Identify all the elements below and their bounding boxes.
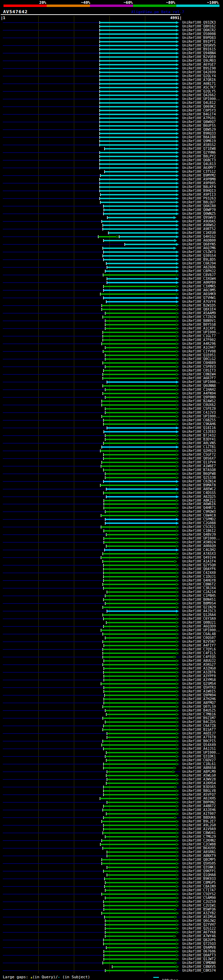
hit-label[interactable]: UniRef100_B2V5N7 <box>182 640 216 643</box>
hit-label[interactable]: UniRef100_C0UX62 <box>182 403 216 407</box>
hsp-bar[interactable] <box>99 33 176 35</box>
hit-label[interactable]: UniRef100_A9P805 <box>182 181 216 185</box>
hsp-bar[interactable] <box>102 446 176 448</box>
hit-label[interactable]: UniRef100_UPI000.. <box>182 628 220 632</box>
hsp-bar[interactable] <box>107 427 176 429</box>
hit-label[interactable]: UniRef100_B6QFW8 <box>182 472 216 476</box>
hsp-bar[interactable] <box>102 462 176 463</box>
hit-label[interactable]: UniRef100_Q11PV4 <box>182 460 216 464</box>
hit-label[interactable]: UniRef100_C8A1N9 <box>182 885 216 888</box>
hsp-bar[interactable] <box>103 297 176 299</box>
hit-label[interactable]: UniRef100_A5AAM9 <box>182 311 216 315</box>
hsp-bar[interactable] <box>105 928 176 929</box>
hit-label[interactable]: UniRef100_O50008 <box>182 32 216 36</box>
hsp-bar[interactable] <box>103 274 176 276</box>
hit-label[interactable]: UniRef100_Q8H162 <box>182 24 216 28</box>
hit-label[interactable]: UniRef100_C5P8V3 <box>182 365 216 369</box>
hsp-bar[interactable] <box>99 79 176 81</box>
hsp-bar[interactable] <box>100 202 176 203</box>
hit-label[interactable]: UniRef100_C5AM90 <box>182 896 216 900</box>
hsp-bar[interactable] <box>106 813 176 815</box>
hsp-bar[interactable] <box>99 52 176 54</box>
hit-label[interactable]: UniRef100_C4FEQ5 <box>182 655 216 659</box>
hsp-bar[interactable] <box>104 542 176 543</box>
hsp-bar[interactable] <box>99 102 176 103</box>
hit-label[interactable]: UniRef100_Q21N29 <box>182 605 216 609</box>
hsp-bar[interactable] <box>102 305 176 306</box>
hsp-bar[interactable] <box>103 729 176 730</box>
hsp-bar[interactable] <box>103 286 176 287</box>
hit-label[interactable]: UniRef100_C6BZ55 <box>182 418 216 422</box>
hit-label[interactable]: UniRef100_A8ZQ25 <box>182 495 216 498</box>
hit-label[interactable]: UniRef100_A6N171 <box>182 82 216 86</box>
hit-label[interactable]: UniRef100_C2KHN2 <box>182 838 216 842</box>
hit-label[interactable]: UniRef100_B9I615 <box>182 47 216 51</box>
hit-label[interactable]: UniRef100_C5GF72 <box>182 453 216 457</box>
hit-label[interactable]: UniRef100_B8LPY2 <box>182 154 216 158</box>
hit-label[interactable]: UniRef100_A1A1F4 <box>182 559 216 563</box>
hit-label[interactable]: UniRef100_Q30S54 <box>182 254 216 258</box>
hit-label[interactable]: UniRef100_A4BR72 <box>182 804 216 808</box>
hsp-bar[interactable] <box>103 205 176 207</box>
hsp-bar[interactable] <box>105 522 176 524</box>
hsp-bar[interactable] <box>103 568 176 570</box>
hsp-bar[interactable] <box>105 970 176 971</box>
hit-label[interactable]: UniRef100_B3DS65 <box>182 785 216 789</box>
hit-label[interactable]: UniRef100_Q6UNN8 <box>182 384 216 388</box>
hit-label[interactable]: UniRef100_A5VFQ7 <box>182 792 216 797</box>
hit-label[interactable]: UniRef100_Q9LM03 <box>182 59 216 62</box>
hit-label[interactable]: UniRef100_C7MG29 <box>182 835 216 838</box>
hit-label[interactable]: UniRef100_C7QYL6 <box>182 647 216 651</box>
hsp-bar[interactable] <box>103 255 176 256</box>
hit-label[interactable]: UniRef100_C2CW88 <box>182 842 216 846</box>
hsp-bar[interactable] <box>103 748 176 749</box>
hit-label[interactable]: UniRef100_C4G3H2 <box>182 548 216 552</box>
hit-label[interactable]: UniRef100_C3RJX4 <box>182 586 216 590</box>
hsp-bar[interactable] <box>101 630 176 631</box>
hsp-bar[interactable] <box>103 481 176 482</box>
hit-label[interactable]: UniRef100_Q6GJW2 <box>182 919 216 923</box>
hsp-bar[interactable] <box>106 301 176 302</box>
hsp-bar[interactable] <box>107 802 176 803</box>
hit-label[interactable]: UniRef100_A3WV28 <box>182 777 216 781</box>
hit-label[interactable]: UniRef100_A3YPF0 <box>182 674 216 678</box>
hsp-bar[interactable] <box>99 179 176 180</box>
hsp-bar[interactable] <box>103 809 176 811</box>
hsp-bar[interactable] <box>99 37 176 38</box>
hit-label[interactable]: UniRef100_UPI000.. <box>182 751 220 754</box>
hsp-bar[interactable] <box>103 870 176 872</box>
hsp-bar[interactable] <box>100 194 176 196</box>
hsp-bar[interactable] <box>104 691 176 692</box>
hit-label[interactable]: UniRef100_Q0BU21 <box>182 620 216 624</box>
hit-label[interactable]: UniRef100_A8NXT9 <box>182 854 216 858</box>
hsp-bar[interactable] <box>100 844 176 845</box>
hit-label[interactable]: UniRef100_A1W6E7 <box>182 464 216 468</box>
hit-label[interactable]: UniRef100_B6UF55 <box>182 124 216 127</box>
hit-label[interactable]: UniRef100_A6YGE7 <box>182 62 216 67</box>
hsp-bar[interactable] <box>103 228 176 230</box>
hsp-bar[interactable] <box>105 358 176 360</box>
hsp-bar[interactable] <box>99 190 176 192</box>
hsp-bar[interactable] <box>99 49 176 50</box>
hit-label[interactable]: UniRef100_B9SI90 <box>182 67 216 70</box>
hit-label[interactable]: UniRef100_C3XGW4 <box>182 277 216 280</box>
hsp-bar[interactable] <box>99 186 176 188</box>
hit-label[interactable]: UniRef100_C1PBH5 <box>182 594 216 598</box>
hsp-bar[interactable] <box>102 821 176 822</box>
hit-label[interactable]: UniRef100_A4R296 <box>182 342 216 345</box>
hsp-bar[interactable] <box>100 798 176 799</box>
hsp-bar[interactable] <box>103 626 176 627</box>
hit-label[interactable]: UniRef100_Q069K2 <box>182 105 216 108</box>
hit-label[interactable]: UniRef100_B4G1T4 <box>182 112 216 116</box>
hsp-bar[interactable] <box>108 232 176 234</box>
hsp-bar[interactable] <box>103 213 176 215</box>
hit-label[interactable]: UniRef100_A4FIY7 <box>182 643 216 647</box>
hsp-bar[interactable] <box>104 507 176 509</box>
hit-label[interactable]: UniRef100_C5FEZ0 <box>182 407 216 410</box>
hit-label[interactable]: UniRef100_C6Y3A9 <box>182 617 216 620</box>
hit-label[interactable]: UniRef100_Q71EW8 <box>182 147 216 151</box>
hsp-bar[interactable] <box>103 718 176 719</box>
hsp-bar[interactable] <box>103 832 176 834</box>
hit-label[interactable]: UniRef100_B2AWS2 <box>182 399 216 403</box>
hit-label[interactable]: UniRef100_A7A5X3 <box>182 552 216 555</box>
